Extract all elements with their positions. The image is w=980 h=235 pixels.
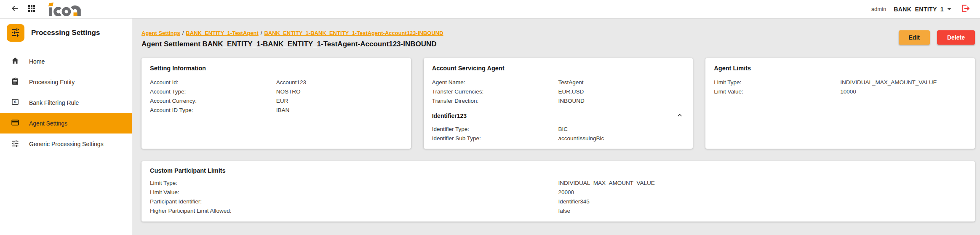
field-row: Identifier Sub Type:accountIssuingBic (432, 134, 685, 143)
breadcrumb-separator: / (182, 30, 184, 36)
field-row: Account Currency:EUR (150, 96, 403, 106)
field-value: IBAN (276, 106, 403, 115)
field-label: Identifier Sub Type: (432, 134, 558, 143)
field-label: Identifier Type: (432, 125, 558, 134)
back-button[interactable] (8, 3, 21, 16)
apps-menu-button[interactable] (25, 3, 38, 16)
back-arrow-icon (11, 4, 19, 14)
cards-row: Setting Information Account Id:Account12… (142, 58, 975, 149)
sidebar-item-home[interactable]: Home (0, 51, 132, 72)
sidebar-title: Processing Settings (31, 29, 100, 37)
tune-icon (11, 139, 19, 149)
breadcrumb-link-agent-settings[interactable]: Agent Settings (142, 30, 180, 36)
header-actions: Edit Delete (899, 30, 975, 45)
sidebar-item-label: Bank Filtering Rule (29, 99, 79, 106)
breadcrumb-link-settlement[interactable]: BANK_ENTITY_1-BANK_ENTITY_1-TestAgent-Ac… (264, 30, 443, 36)
svg-text:$: $ (14, 99, 16, 104)
field-value: false (558, 206, 967, 216)
breadcrumb-link-agent[interactable]: BANK_ENTITY_1-TestAgent (186, 30, 258, 36)
identifier-section-title: Identifier123 (432, 112, 467, 119)
field-value: 10000 (840, 87, 967, 96)
agent-limits-card: Agent Limits Limit Type:INDIVIDUAL_MAX_A… (705, 58, 975, 149)
breadcrumb-separator: / (261, 30, 262, 36)
field-row: Transfer Direction:INBOUND (432, 96, 685, 106)
clipboard-icon (11, 77, 19, 87)
field-value: Identifier345 (558, 197, 967, 206)
field-row: Account Type:NOSTRO (150, 87, 403, 96)
collapse-identifier-button[interactable] (675, 111, 684, 120)
sidebar-item-label: Home (29, 58, 45, 65)
field-row: Agent Name:TestAgent (432, 78, 685, 87)
field-label: Account Id: (150, 78, 276, 87)
field-value: INBOUND (558, 96, 685, 106)
card-title: Agent Limits (714, 65, 967, 72)
field-label: Limit Type: (714, 78, 840, 87)
field-label: Transfer Direction: (432, 96, 558, 106)
edit-button[interactable]: Edit (899, 30, 930, 45)
sidebar-item-agent-settings[interactable]: Agent Settings (0, 113, 132, 134)
field-value: EUR (276, 96, 403, 106)
field-value: EUR,USD (558, 87, 685, 96)
page-header: Agent Settings/BANK_ENTITY_1-TestAgent/B… (142, 29, 975, 48)
field-value: INDIVIDUAL_MAX_AMOUNT_VALUE (840, 78, 967, 87)
sidebar: Processing Settings Home Processing Enti… (0, 19, 132, 235)
field-value: accountIssuingBic (558, 134, 685, 143)
identifier-section-header: Identifier123 (432, 111, 685, 120)
entity-selector[interactable]: BANK_ENTITY_1 (894, 6, 951, 13)
sidebar-header: Processing Settings (0, 19, 132, 48)
sidebar-item-generic-processing-settings[interactable]: Generic Processing Settings (0, 134, 132, 154)
topbar: admin BANK_ENTITY_1 (0, 0, 980, 19)
field-value: 20000 (558, 188, 967, 197)
field-value: BIC (558, 125, 685, 134)
processing-settings-tile (7, 24, 24, 42)
field-row: Participant Identifier:Identifier345 (150, 197, 967, 206)
apps-grid-icon (28, 5, 35, 13)
home-icon (11, 56, 19, 66)
card-title: Account Servicing Agent (432, 65, 685, 72)
card-title: Setting Information (150, 65, 403, 72)
field-row: Limit Value:10000 (714, 87, 967, 96)
field-label: Higher Participant Limit Allowed: (150, 206, 558, 216)
field-label: Limit Type: (150, 179, 558, 188)
field-label: Transfer Currencies: (432, 87, 558, 96)
field-label: Limit Value: (150, 188, 558, 197)
sidebar-item-label: Generic Processing Settings (29, 141, 104, 147)
field-row: Limit Value:20000 (150, 188, 967, 197)
field-label: Agent Name: (432, 78, 558, 87)
field-label: Account Type: (150, 87, 276, 96)
field-row: Higher Participant Limit Allowed:false (150, 206, 967, 216)
tune-icon (11, 27, 21, 39)
field-value: TestAgent (558, 78, 685, 87)
field-value: NOSTRO (276, 87, 403, 96)
delete-button[interactable]: Delete (937, 30, 975, 45)
field-label: Participant Identifier: (150, 197, 558, 206)
field-row: Transfer Currencies:EUR,USD (432, 87, 685, 96)
field-row: Account ID Type:IBAN (150, 106, 403, 115)
logout-button[interactable] (959, 3, 972, 16)
field-row: Identifier Type:BIC (432, 125, 685, 134)
field-row: Limit Type:INDIVIDUAL_MAX_AMOUNT_VALUE (714, 78, 967, 87)
custom-participant-limits-card: Custom Participant Limits Limit Type:IND… (142, 161, 975, 222)
field-label: Account Currency: (150, 96, 276, 106)
dollar-box-icon: $ (11, 98, 19, 107)
chevron-up-icon (676, 112, 683, 120)
main-content: Agent Settings/BANK_ENTITY_1-TestAgent/B… (132, 19, 980, 235)
entity-name: BANK_ENTITY_1 (894, 6, 944, 13)
field-row: Limit Type:INDIVIDUAL_MAX_AMOUNT_VALUE (150, 179, 967, 188)
caret-down-icon (947, 8, 951, 10)
page-title: Agent Settlement BANK_ENTITY_1-BANK_ENTI… (142, 40, 443, 48)
credit-card-icon (11, 118, 19, 128)
breadcrumb: Agent Settings/BANK_ENTITY_1-TestAgent/B… (142, 29, 443, 37)
field-value: INDIVIDUAL_MAX_AMOUNT_VALUE (558, 179, 967, 188)
app-logo (48, 3, 90, 16)
logout-icon (961, 4, 970, 14)
field-row: Account Id:Account123 (150, 78, 403, 87)
setting-information-card: Setting Information Account Id:Account12… (142, 58, 411, 149)
sidebar-nav: Home Processing Entity $ (0, 51, 132, 154)
account-servicing-agent-card: Account Servicing Agent Agent Name:TestA… (424, 58, 693, 149)
sidebar-item-processing-entity[interactable]: Processing Entity (0, 72, 132, 92)
user-role-label: admin (871, 6, 886, 12)
sidebar-item-bank-filtering-rule[interactable]: $ Bank Filtering Rule (0, 92, 132, 113)
field-label: Account ID Type: (150, 106, 276, 115)
sidebar-item-label: Agent Settings (29, 120, 67, 127)
